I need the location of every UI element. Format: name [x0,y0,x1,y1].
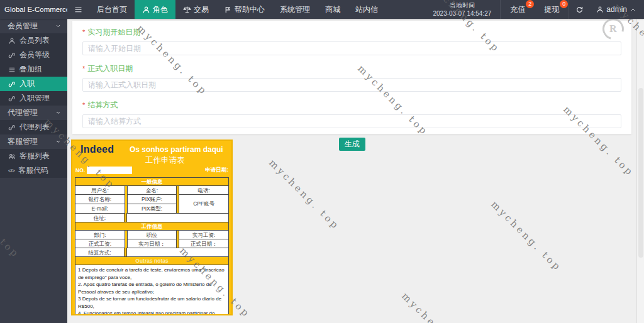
nav-item-交易[interactable]: 交易 [175,0,216,19]
generate-button[interactable]: 生成 [339,138,365,151]
recharge-badge: 2 [526,0,534,8]
person-icon [142,6,150,14]
field-label: *结算方式 [82,101,621,109]
user-icon [596,6,604,13]
cell-cpf: CPF账号 [179,194,229,214]
recharge-button[interactable]: 充值 2 [501,0,535,19]
input-结算方式[interactable] [82,114,621,128]
form-field: *正式入职日期 [82,65,621,92]
table-row: 用户名: 全名: 电话: [75,185,229,195]
nav-item-后台首页[interactable]: 后台首页 [89,0,135,19]
chevron-down-icon [55,23,62,30]
table-row: 部门: 职位 实习工资: [75,230,229,239]
navbar-right: 当地时间 2023-03-07 14:54:27 充值 2 提现 0 admin [424,0,644,19]
nav-item-站内信[interactable]: 站内信 [348,0,386,19]
sidebar-item-label: 入职 [19,79,35,89]
watermark-text: mycheng. top [399,290,475,323]
card-no-row: NO. 申请日期: [75,165,228,175]
link-icon [8,52,16,59]
table-row: 住址: [75,213,229,222]
nav-item-label: 系统管理 [280,4,310,15]
top-navbar: Global E-Commerce... 后台首页角色交易帮助中心系统管理商城站… [0,0,644,19]
chevron-down-icon [55,109,62,116]
sidebar-item-叠加组[interactable]: 叠加组 [0,62,67,77]
sidebar-item-入职[interactable]: 入职 [0,77,67,91]
note-line: 4, Funcionarios em tempo intearal nao pr… [78,310,226,315]
section-work: 工作信息 [75,222,229,231]
link-icon [8,95,16,102]
recharge-label: 充值 [510,4,525,15]
nav-item-帮助中心[interactable]: 帮助中心 [216,0,272,19]
cell-settlement-value [126,248,229,257]
cell-intern-salary: 实习工资: [179,230,229,239]
cell-pix-type: PIX类型: [127,204,177,214]
sidebar-item-label: 客服列表 [19,151,50,162]
input-实习期开始日期[interactable] [82,41,621,55]
cell-settlement: 结算方式: [75,248,125,257]
nav-item-系统管理[interactable]: 系统管理 [272,0,318,19]
note-line: 3 Depois de se tornar um funciodesfrutar… [78,295,226,310]
table-row: 正式工资: 实习日期： 正式日期： [75,239,229,248]
sidebar-item-label: 客服管理 [8,136,38,147]
sidebar-item-label: 会员列表 [19,35,50,46]
sidebar-item-客服列表[interactable]: 客服列表 [0,149,67,163]
cell-formal-date: 正式日期： [179,239,229,248]
scrollbar-thumb[interactable] [638,88,643,258]
required-asterisk: * [82,101,85,109]
local-time-label: 当地时间 [433,1,491,9]
section-notes: Outras notas [75,256,229,265]
nav-item-label: 帮助中心 [235,4,265,15]
scales-icon [183,6,191,14]
form-field: *结算方式 [82,101,621,128]
sidebar: 会员管理会员列表会员等级叠加组入职入职管理代理管理代理列表客服管理客服列表</>… [0,19,67,323]
nav-item-label: 商城 [325,4,340,15]
sidebar-item-客服管理[interactable]: 客服管理 [0,134,67,149]
no-input-box [87,167,132,174]
job-application-card: Indeed Os sonhos partiram daqui 工作申请表 NO… [71,140,233,315]
local-time-value: 2023-03-07 14:54:27 [433,9,491,18]
table-row: 银行名称: E-mail: PIX账户: PIX类型: CPF账号 [75,194,229,214]
sidebar-toggle-button[interactable] [67,0,89,19]
vertical-scrollbar[interactable] [636,19,644,323]
card-header: Indeed Os sonhos partiram daqui 工作申请表 [75,143,229,165]
form-field: *实习期开始日期 [82,28,621,55]
link-icon [8,80,16,88]
cell-intern-date: 实习日期： [127,239,177,248]
watermark-text: mycheng. top [489,199,564,274]
sidebar-item-入职管理[interactable]: 入职管理 [0,91,67,106]
sidebar-item-客服代码[interactable]: </>客服代码 [0,163,67,178]
nav-item-角色[interactable]: 角色 [135,0,175,19]
chevron-down-icon [55,138,62,145]
card-table: 一般信息 用户名: 全名: 电话: 银行名称: E-mail: PIX账户: P… [75,177,229,315]
cell-fullname: 全名: [127,185,177,195]
user-menu[interactable]: admin [590,5,644,14]
sidebar-item-label: 代理列表 [19,122,50,133]
cell-phone: 电话: [179,185,229,195]
sidebar-item-代理列表[interactable]: 代理列表 [0,120,67,134]
notes-box: 1 Depois de concluir a tarefa de teste, … [75,265,229,315]
note-line: 1 Depois de concluir a tarefa de teste, … [78,266,226,281]
person-icon [8,37,16,45]
watermark-text: mycheng. top [267,157,342,233]
refresh-button[interactable] [569,6,590,14]
input-正式入职日期[interactable] [82,78,621,92]
sidebar-item-会员管理[interactable]: 会员管理 [0,19,67,33]
nav-item-商城[interactable]: 商城 [318,0,348,19]
sidebar-item-会员列表[interactable]: 会员列表 [0,33,67,48]
cell-username: 用户名: [75,185,125,195]
chevron-up-icon [630,6,636,13]
table-row: 结算方式: [75,248,229,257]
nav-item-label: 后台首页 [97,4,127,15]
sidebar-item-label: 代理管理 [8,107,38,118]
field-label: *正式入职日期 [82,65,621,72]
required-asterisk: * [82,65,85,72]
cell-formal-salary: 正式工资: [75,239,125,248]
withdraw-badge: 0 [560,0,568,8]
withdraw-button[interactable]: 提现 0 [535,0,569,19]
indeed-logo: Indeed [80,144,114,155]
cell-email: E-mail: [75,204,125,214]
list-icon [8,66,16,74]
cell-department: 部门: [75,230,125,239]
sidebar-item-代理管理[interactable]: 代理管理 [0,106,67,120]
sidebar-item-会员等级[interactable]: 会员等级 [0,48,67,62]
